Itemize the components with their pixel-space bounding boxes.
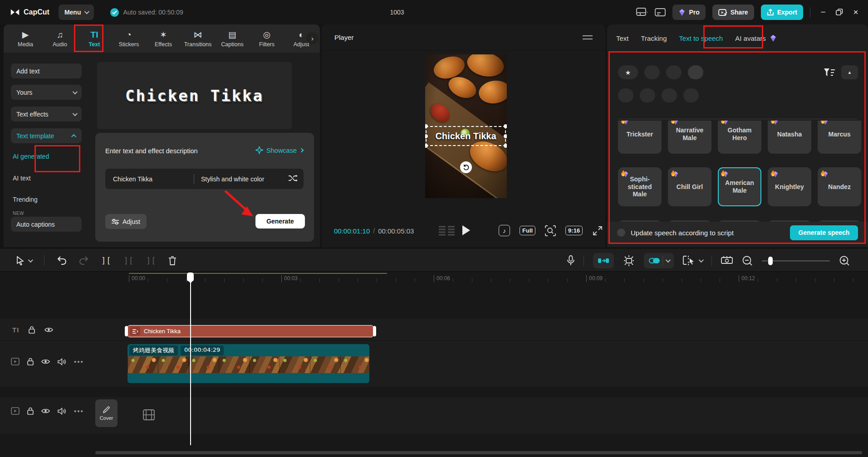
eye-icon[interactable] bbox=[44, 327, 53, 333]
sidebar-item-text-template[interactable]: Text template bbox=[11, 128, 82, 143]
left-tab[interactable]: ▶ Media bbox=[8, 24, 43, 53]
restore-button[interactable] bbox=[836, 9, 843, 16]
sidebar-item-trending[interactable]: Trending bbox=[13, 196, 38, 203]
filter-chip[interactable] bbox=[688, 65, 703, 79]
voice-card[interactable]: Natasha bbox=[768, 121, 811, 154]
text-clip[interactable]: Chicken Tikka bbox=[128, 325, 373, 337]
sidebar-item-add-text[interactable]: Add text bbox=[11, 63, 82, 78]
playhead[interactable] bbox=[190, 274, 191, 445]
zoom-in-icon[interactable] bbox=[839, 255, 850, 266]
freeze-frame-icon[interactable] bbox=[623, 255, 635, 266]
menu-button[interactable]: Menu bbox=[59, 5, 94, 20]
more-options-icon[interactable]: ••• bbox=[74, 358, 84, 365]
more-options-icon[interactable]: ••• bbox=[74, 407, 84, 415]
voice-card[interactable]: Knightley bbox=[768, 167, 811, 206]
pro-button[interactable]: Pro bbox=[672, 5, 705, 20]
play-button[interactable] bbox=[462, 225, 470, 235]
split-right-icon[interactable]: ][ bbox=[146, 256, 156, 265]
collapse-button[interactable]: ▲ bbox=[841, 65, 858, 79]
voice-card[interactable]: Nandez bbox=[818, 167, 861, 206]
preview-axis-icon[interactable] bbox=[721, 256, 733, 266]
magnetic-snap-toggle[interactable] bbox=[593, 253, 614, 268]
voice-card[interactable]: Gotham Hero bbox=[718, 121, 761, 154]
lock-icon[interactable] bbox=[27, 407, 34, 415]
left-tab[interactable]: ♫ Audio bbox=[43, 24, 77, 53]
voice-card[interactable]: Trickster bbox=[618, 121, 662, 154]
ratio-button[interactable]: 9:16 bbox=[565, 226, 583, 235]
selection-handle[interactable] bbox=[504, 124, 507, 128]
undo-icon[interactable] bbox=[57, 256, 67, 265]
selection-handle[interactable] bbox=[425, 124, 428, 128]
tab-ai-avatars[interactable]: AI avatars bbox=[735, 34, 777, 42]
left-tab[interactable]: ⋈ Transitions bbox=[181, 24, 215, 53]
showcase-link[interactable]: Showcase bbox=[255, 146, 303, 154]
sidebar-item-yours[interactable]: Yours bbox=[11, 85, 82, 100]
filter-chip[interactable] bbox=[644, 65, 660, 79]
minimize-button[interactable]: − bbox=[817, 7, 829, 17]
voice-card[interactable]: Chill Girl bbox=[668, 167, 711, 206]
layout-icon[interactable] bbox=[636, 8, 648, 17]
fullscreen-icon[interactable] bbox=[592, 225, 603, 236]
panel-notes-icon[interactable] bbox=[655, 8, 666, 16]
selection-handle[interactable] bbox=[504, 144, 507, 148]
video-preview[interactable]: Chicken Tikka bbox=[425, 54, 507, 198]
text-selection-box[interactable]: Chicken Tikka bbox=[426, 126, 506, 146]
lock-icon[interactable] bbox=[29, 326, 35, 334]
link-toggle[interactable] bbox=[644, 253, 674, 268]
eye-icon[interactable] bbox=[41, 408, 50, 414]
trim-handle-left[interactable] bbox=[125, 326, 128, 336]
prompt-input[interactable]: Chicken Tikka Stylish and white color bbox=[105, 169, 304, 189]
shuffle-icon[interactable] bbox=[288, 174, 298, 182]
split-icon[interactable]: ][ bbox=[101, 256, 111, 265]
trim-handle-right[interactable] bbox=[373, 326, 376, 336]
selection-handle[interactable] bbox=[504, 134, 507, 138]
rotate-handle[interactable] bbox=[460, 161, 472, 173]
timeline-zoom-slider[interactable] bbox=[762, 253, 830, 268]
select-tool[interactable] bbox=[16, 256, 32, 265]
left-tab[interactable]: TI Text bbox=[77, 24, 112, 53]
lock-icon[interactable] bbox=[27, 358, 34, 365]
voice-card[interactable]: Sophi-sticated Male bbox=[618, 167, 662, 206]
sidebar-item-ai-generated[interactable]: AI generated bbox=[13, 153, 49, 160]
speaker-icon[interactable] bbox=[58, 408, 66, 415]
filter-chip[interactable] bbox=[683, 88, 699, 102]
frame-view-icon[interactable] bbox=[439, 226, 455, 236]
record-voiceover-icon[interactable] bbox=[567, 255, 574, 266]
cover-button[interactable]: Cover bbox=[95, 399, 118, 427]
playhead-handle[interactable] bbox=[187, 272, 194, 282]
filter-chip[interactable] bbox=[618, 88, 633, 102]
tab-text-to-speech[interactable]: Text to speech bbox=[679, 34, 723, 42]
close-button[interactable]: × bbox=[850, 7, 862, 17]
left-tab[interactable]: ◎ Filters bbox=[250, 24, 284, 53]
filter-funnel-icon[interactable] bbox=[824, 68, 835, 77]
split-left-icon[interactable]: ][ bbox=[123, 256, 133, 265]
tabstrip-next-button[interactable]: › bbox=[306, 32, 319, 44]
generate-speech-button[interactable]: Generate speech bbox=[790, 225, 858, 240]
left-tab[interactable]: ✶ Effects bbox=[146, 24, 181, 53]
timeline-scrollbar[interactable] bbox=[95, 451, 862, 454]
selection-handle[interactable] bbox=[425, 134, 428, 138]
tab-text[interactable]: Text bbox=[616, 34, 629, 42]
filter-chip[interactable] bbox=[640, 88, 655, 102]
voice-card[interactable]: Marcus bbox=[818, 121, 861, 154]
template-preview[interactable]: Chicken Tikka bbox=[97, 62, 292, 129]
left-tab[interactable]: ◔ Stickers bbox=[112, 24, 146, 53]
player-menu-icon[interactable] bbox=[583, 35, 593, 40]
filter-chip[interactable] bbox=[666, 65, 682, 79]
delete-icon[interactable] bbox=[168, 256, 177, 265]
timeline-ruler[interactable]: 00:0000:0300:0600:0900:12 bbox=[0, 272, 868, 285]
generate-button[interactable]: Generate bbox=[255, 214, 305, 228]
left-tab[interactable]: ▤ Captions bbox=[215, 24, 250, 53]
share-button[interactable]: Share bbox=[712, 5, 754, 20]
speaker-icon[interactable] bbox=[58, 358, 66, 365]
tiktok-audio-icon[interactable]: ♪ bbox=[499, 225, 510, 236]
sidebar-item-text-effects[interactable]: Text effects bbox=[11, 107, 82, 122]
zoom-out-icon[interactable] bbox=[742, 255, 753, 266]
focus-zoom-icon[interactable] bbox=[545, 225, 556, 236]
full-quality-button[interactable]: Full bbox=[520, 226, 535, 235]
video-clip[interactable]: 烤鸡翅美食视频 00:00:04:29 bbox=[128, 344, 369, 383]
eye-icon[interactable] bbox=[41, 359, 50, 365]
sidebar-item-ai-text[interactable]: AI text bbox=[13, 175, 31, 182]
tab-tracking[interactable]: Tracking bbox=[641, 34, 667, 42]
update-speech-checkbox[interactable] bbox=[617, 228, 625, 237]
